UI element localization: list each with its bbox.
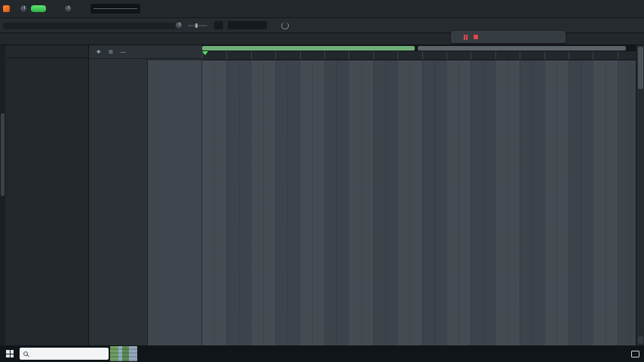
pattern-selector[interactable] [228, 21, 267, 29]
fl-menu-bar [0, 0, 644, 18]
playlist-hscrollbar[interactable] [202, 45, 636, 51]
browser-panel [0, 45, 89, 345]
loading-spinner-icon [281, 22, 289, 29]
browser-folder-list [6, 58, 88, 290]
project-info [0, 22, 175, 29]
notification-center-icon[interactable] [631, 351, 639, 357]
main-volume-knob[interactable] [20, 5, 28, 13]
search-icon [23, 351, 28, 356]
browser-scrollbar[interactable] [0, 45, 5, 345]
breadcrumb [48, 36, 57, 41]
fl-logo-icon [3, 5, 10, 12]
pitch-knob[interactable] [64, 5, 72, 13]
windows-logo-icon [6, 350, 14, 357]
stop-recording-icon[interactable] [474, 35, 478, 39]
news-widget-thumbnail[interactable] [110, 346, 137, 361]
snap-selector[interactable] [214, 21, 223, 29]
hint-bar [3, 23, 175, 29]
pause-recording-icon[interactable] [464, 35, 468, 40]
channel-slider[interactable] [188, 25, 207, 26]
oscilloscope [90, 4, 140, 14]
clip-source-picker [89, 59, 148, 345]
desktop: ✚⊞— [0, 0, 644, 362]
screen-recorder-bar [451, 31, 566, 43]
start-button[interactable] [0, 345, 20, 362]
song-mode-led[interactable] [31, 5, 46, 12]
playlist-vscrollbar[interactable] [636, 45, 644, 345]
channel-knob[interactable] [175, 21, 183, 29]
playlist-grid[interactable] [202, 60, 636, 345]
timeline-ruler[interactable] [202, 51, 636, 60]
taskbar-search[interactable] [20, 348, 109, 360]
windows-taskbar [0, 345, 644, 362]
picker-header: ✚⊞— [89, 45, 202, 59]
playhead-marker[interactable] [202, 51, 208, 55]
system-tray [609, 351, 644, 357]
browser-toolbar [6, 45, 88, 58]
track-header-column [148, 60, 202, 345]
